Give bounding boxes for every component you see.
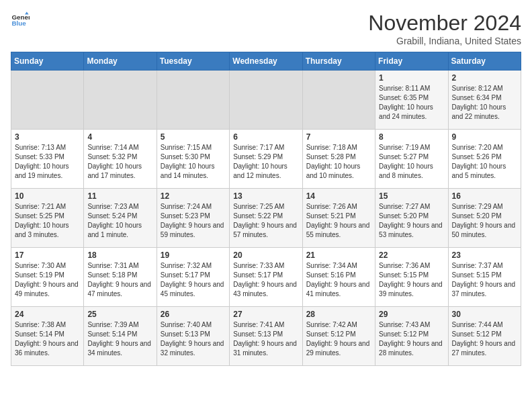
svg-text:Blue: Blue <box>11 19 26 27</box>
calendar-cell: 29Sunrise: 7:43 AM Sunset: 5:12 PM Dayli… <box>375 307 448 366</box>
header-friday: Friday <box>375 52 448 71</box>
calendar-week-3: 17Sunrise: 7:30 AM Sunset: 5:19 PM Dayli… <box>11 248 521 307</box>
day-number: 22 <box>379 250 444 260</box>
calendar-cell: 5Sunrise: 7:15 AM Sunset: 5:30 PM Daylig… <box>157 130 229 189</box>
header-sunday: Sunday <box>11 52 84 71</box>
day-number: 30 <box>452 310 517 319</box>
day-info: Sunrise: 7:37 AM Sunset: 5:15 PM Dayligh… <box>452 261 517 299</box>
calendar-cell: 7Sunrise: 7:18 AM Sunset: 5:28 PM Daylig… <box>302 130 375 189</box>
calendar-cell: 19Sunrise: 7:32 AM Sunset: 5:17 PM Dayli… <box>157 248 229 307</box>
calendar-cell: 22Sunrise: 7:36 AM Sunset: 5:15 PM Dayli… <box>375 248 448 307</box>
calendar-cell: 20Sunrise: 7:33 AM Sunset: 5:17 PM Dayli… <box>230 248 302 307</box>
calendar-cell: 28Sunrise: 7:42 AM Sunset: 5:12 PM Dayli… <box>302 307 375 366</box>
calendar-cell: 6Sunrise: 7:17 AM Sunset: 5:29 PM Daylig… <box>230 130 302 189</box>
day-number: 2 <box>452 73 517 83</box>
calendar-cell: 10Sunrise: 7:21 AM Sunset: 5:25 PM Dayli… <box>11 189 84 248</box>
day-info: Sunrise: 8:11 AM Sunset: 6:35 PM Dayligh… <box>379 84 444 122</box>
day-number: 21 <box>306 250 371 260</box>
calendar-subtitle: Grabill, Indiana, United States <box>368 36 521 46</box>
day-number: 20 <box>233 250 298 260</box>
day-number: 4 <box>87 132 152 142</box>
day-info: Sunrise: 7:38 AM Sunset: 5:14 PM Dayligh… <box>15 320 80 358</box>
calendar-cell: 21Sunrise: 7:34 AM Sunset: 5:16 PM Dayli… <box>302 248 375 307</box>
title-area: November 2024 Grabill, Indiana, United S… <box>368 11 521 46</box>
calendar-week-1: 3Sunrise: 7:13 AM Sunset: 5:33 PM Daylig… <box>11 130 521 189</box>
day-info: Sunrise: 7:32 AM Sunset: 5:17 PM Dayligh… <box>161 261 226 299</box>
calendar-cell: 3Sunrise: 7:13 AM Sunset: 5:33 PM Daylig… <box>11 130 84 189</box>
day-info: Sunrise: 7:27 AM Sunset: 5:20 PM Dayligh… <box>379 202 444 240</box>
day-info: Sunrise: 7:39 AM Sunset: 5:14 PM Dayligh… <box>87 320 152 358</box>
day-number: 24 <box>15 310 80 319</box>
calendar-cell: 12Sunrise: 7:24 AM Sunset: 5:23 PM Dayli… <box>157 189 229 248</box>
calendar-cell: 4Sunrise: 7:14 AM Sunset: 5:32 PM Daylig… <box>84 130 157 189</box>
day-number: 26 <box>161 310 226 319</box>
day-info: Sunrise: 7:30 AM Sunset: 5:19 PM Dayligh… <box>15 261 80 299</box>
header-thursday: Thursday <box>302 52 375 71</box>
calendar-cell: 13Sunrise: 7:25 AM Sunset: 5:22 PM Dayli… <box>230 189 302 248</box>
day-number: 1 <box>379 73 444 83</box>
calendar-cell: 16Sunrise: 7:29 AM Sunset: 5:20 PM Dayli… <box>448 189 521 248</box>
day-info: Sunrise: 7:42 AM Sunset: 5:12 PM Dayligh… <box>306 320 371 358</box>
page-header: General Blue November 2024 Grabill, Indi… <box>11 11 521 46</box>
calendar-cell: 11Sunrise: 7:23 AM Sunset: 5:24 PM Dayli… <box>84 189 157 248</box>
logo: General Blue <box>11 11 30 30</box>
day-info: Sunrise: 7:26 AM Sunset: 5:21 PM Dayligh… <box>306 202 371 240</box>
day-info: Sunrise: 7:25 AM Sunset: 5:22 PM Dayligh… <box>233 202 298 240</box>
day-info: Sunrise: 7:18 AM Sunset: 5:28 PM Dayligh… <box>306 143 371 181</box>
day-number: 28 <box>306 310 371 319</box>
header-saturday: Saturday <box>448 52 521 71</box>
calendar-cell <box>302 71 375 130</box>
calendar-cell: 8Sunrise: 7:19 AM Sunset: 5:27 PM Daylig… <box>375 130 448 189</box>
day-number: 16 <box>452 191 517 201</box>
calendar-cell: 17Sunrise: 7:30 AM Sunset: 5:19 PM Dayli… <box>11 248 84 307</box>
calendar-cell: 1Sunrise: 8:11 AM Sunset: 6:35 PM Daylig… <box>375 71 448 130</box>
calendar-cell: 30Sunrise: 7:44 AM Sunset: 5:12 PM Dayli… <box>448 307 521 366</box>
day-number: 13 <box>233 191 298 201</box>
calendar-title: November 2024 <box>368 11 521 36</box>
calendar-cell: 26Sunrise: 7:40 AM Sunset: 5:13 PM Dayli… <box>157 307 229 366</box>
calendar-cell: 18Sunrise: 7:31 AM Sunset: 5:18 PM Dayli… <box>84 248 157 307</box>
day-number: 25 <box>87 310 152 319</box>
calendar-cell <box>230 71 302 130</box>
day-number: 10 <box>15 191 80 201</box>
day-info: Sunrise: 7:17 AM Sunset: 5:29 PM Dayligh… <box>233 143 298 181</box>
day-info: Sunrise: 7:33 AM Sunset: 5:17 PM Dayligh… <box>233 261 298 299</box>
calendar-cell: 24Sunrise: 7:38 AM Sunset: 5:14 PM Dayli… <box>11 307 84 366</box>
day-info: Sunrise: 7:44 AM Sunset: 5:12 PM Dayligh… <box>452 320 517 358</box>
day-info: Sunrise: 7:24 AM Sunset: 5:23 PM Dayligh… <box>161 202 226 240</box>
day-number: 29 <box>379 310 444 319</box>
header-tuesday: Tuesday <box>157 52 229 71</box>
weekday-header-row: Sunday Monday Tuesday Wednesday Thursday… <box>11 52 521 71</box>
day-info: Sunrise: 7:19 AM Sunset: 5:27 PM Dayligh… <box>379 143 444 181</box>
calendar-cell <box>84 71 157 130</box>
day-info: Sunrise: 7:34 AM Sunset: 5:16 PM Dayligh… <box>306 261 371 299</box>
day-number: 23 <box>452 250 517 260</box>
day-info: Sunrise: 7:15 AM Sunset: 5:30 PM Dayligh… <box>161 143 226 181</box>
day-number: 11 <box>87 191 152 201</box>
day-number: 14 <box>306 191 371 201</box>
day-number: 8 <box>379 132 444 142</box>
day-info: Sunrise: 7:20 AM Sunset: 5:26 PM Dayligh… <box>452 143 517 181</box>
day-number: 27 <box>233 310 298 319</box>
calendar-cell: 14Sunrise: 7:26 AM Sunset: 5:21 PM Dayli… <box>302 189 375 248</box>
header-wednesday: Wednesday <box>230 52 302 71</box>
day-number: 12 <box>161 191 226 201</box>
calendar-week-4: 24Sunrise: 7:38 AM Sunset: 5:14 PM Dayli… <box>11 307 521 366</box>
calendar-cell: 9Sunrise: 7:20 AM Sunset: 5:26 PM Daylig… <box>448 130 521 189</box>
day-info: Sunrise: 7:40 AM Sunset: 5:13 PM Dayligh… <box>161 320 226 358</box>
header-monday: Monday <box>84 52 157 71</box>
logo-icon: General Blue <box>11 11 30 30</box>
day-number: 15 <box>379 191 444 201</box>
day-info: Sunrise: 7:31 AM Sunset: 5:18 PM Dayligh… <box>87 261 152 299</box>
day-info: Sunrise: 7:21 AM Sunset: 5:25 PM Dayligh… <box>15 202 80 240</box>
day-info: Sunrise: 7:41 AM Sunset: 5:13 PM Dayligh… <box>233 320 298 358</box>
day-number: 9 <box>452 132 517 142</box>
day-number: 7 <box>306 132 371 142</box>
calendar-cell <box>11 71 84 130</box>
calendar-cell: 27Sunrise: 7:41 AM Sunset: 5:13 PM Dayli… <box>230 307 302 366</box>
day-number: 17 <box>15 250 80 260</box>
calendar-cell: 23Sunrise: 7:37 AM Sunset: 5:15 PM Dayli… <box>448 248 521 307</box>
day-info: Sunrise: 7:14 AM Sunset: 5:32 PM Dayligh… <box>87 143 152 181</box>
day-number: 18 <box>87 250 152 260</box>
calendar-week-0: 1Sunrise: 8:11 AM Sunset: 6:35 PM Daylig… <box>11 71 521 130</box>
